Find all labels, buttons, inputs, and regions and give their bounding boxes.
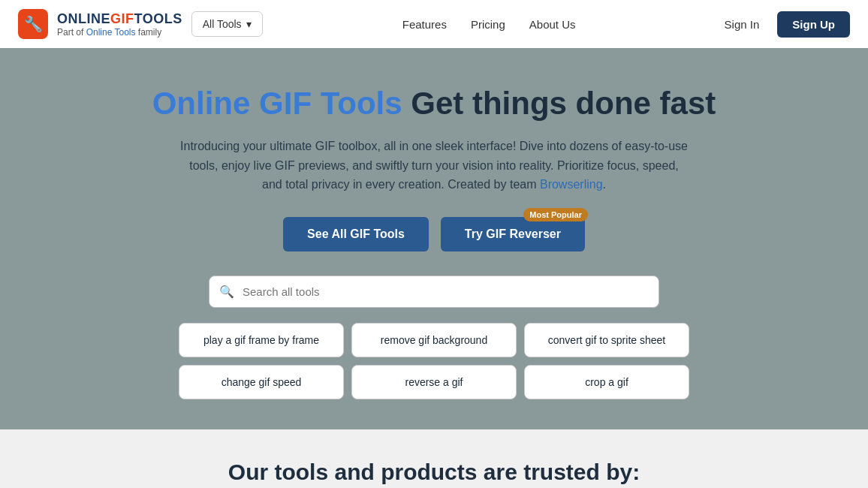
nav-features[interactable]: Features [402, 18, 447, 31]
logo-icon: 🔧 [18, 9, 48, 39]
logo-subtitle: Part of Online Tools family [57, 27, 182, 38]
search-icon: 🔍 [219, 285, 234, 299]
tool-card-change-speed[interactable]: change gif speed [179, 365, 344, 399]
browserling-link[interactable]: Browserling [540, 178, 603, 191]
navbar: 🔧 ONLINEGIFTOOLS Part of Online Tools fa… [0, 0, 868, 48]
most-popular-badge: Most Popular [523, 208, 588, 221]
logo-part2: TOOLS [134, 11, 182, 26]
subtitle-suffix: family [136, 27, 162, 38]
hero-desc-end: . [603, 178, 606, 191]
logo-gif: GIF [110, 11, 134, 26]
see-all-tools-button[interactable]: See All GIF Tools [283, 217, 429, 252]
sign-in-button[interactable]: Sign In [716, 12, 769, 37]
all-tools-button[interactable]: All Tools ▾ [191, 11, 263, 37]
tool-card-crop-gif[interactable]: crop a gif [524, 365, 689, 399]
nav-about[interactable]: About Us [529, 18, 576, 31]
subtitle-prefix: Part of [57, 27, 86, 38]
tool-card-convert-sprite[interactable]: convert gif to sprite sheet [524, 323, 689, 357]
sign-up-button[interactable]: Sign Up [777, 11, 850, 38]
logo-title: ONLINEGIFTOOLS [57, 11, 182, 27]
navbar-right: Sign In Sign Up [716, 11, 850, 38]
hero-section: Online GIF Tools Get things done fast In… [0, 48, 868, 429]
tools-grid: play a gif frame by frame remove gif bac… [179, 323, 689, 399]
navbar-left: 🔧 ONLINEGIFTOOLS Part of Online Tools fa… [18, 9, 263, 39]
search-input[interactable] [209, 276, 659, 308]
wrench-icon: 🔧 [24, 15, 43, 33]
nav-pricing[interactable]: Pricing [471, 18, 505, 31]
trusted-title: Our tools and products are trusted by: [15, 459, 853, 485]
try-reverser-wrapper: Most Popular Try GIF Reverser [441, 217, 585, 252]
chevron-down-icon: ▾ [246, 18, 252, 30]
hero-title: Online GIF Tools Get things done fast [15, 86, 853, 122]
logo-text: ONLINEGIFTOOLS Part of Online Tools fami… [57, 11, 182, 38]
hero-description: Introducing your ultimate GIF toolbox, a… [179, 137, 689, 194]
tool-card-reverse-gif[interactable]: reverse a gif [351, 365, 517, 399]
hero-buttons: See All GIF Tools Most Popular Try GIF R… [15, 217, 853, 252]
navbar-center: Features Pricing About Us [402, 18, 576, 31]
trusted-section: Our tools and products are trusted by: [0, 429, 868, 488]
try-gif-reverser-button[interactable]: Try GIF Reverser [441, 217, 585, 252]
logo-part1: ONLINE [57, 11, 110, 26]
tool-card-play-gif[interactable]: play a gif frame by frame [179, 323, 344, 357]
hero-title-rest: Get things done fast [402, 86, 716, 121]
hero-title-colored: Online GIF Tools [152, 86, 402, 121]
all-tools-label: All Tools [203, 18, 242, 30]
online-tools-link[interactable]: Online Tools [86, 27, 136, 38]
search-bar: 🔍 [209, 276, 659, 308]
hero-desc-text: Introducing your ultimate GIF toolbox, a… [180, 140, 688, 191]
tool-card-remove-bg[interactable]: remove gif background [351, 323, 517, 357]
